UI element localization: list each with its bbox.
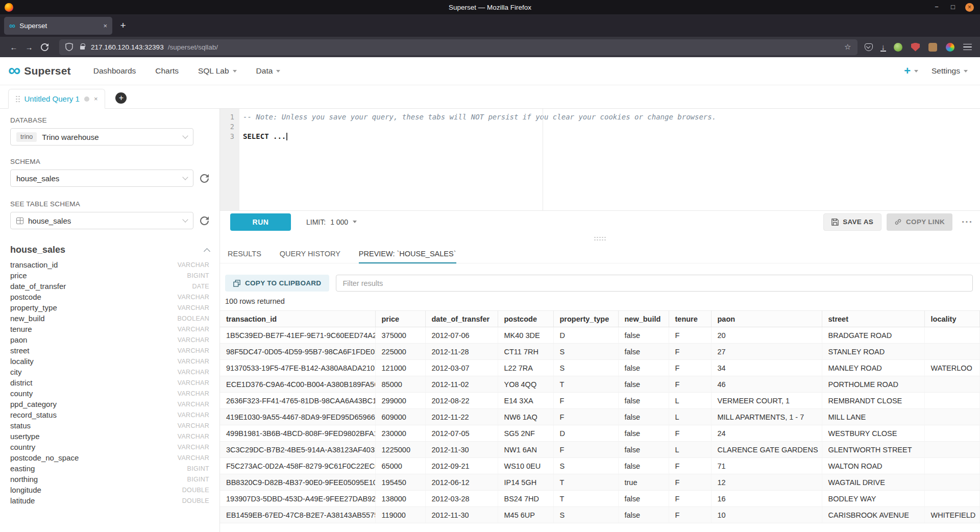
column-header[interactable]: price [375, 311, 425, 327]
minimize-button[interactable]: − [933, 3, 941, 11]
table-cell: 609000 [375, 409, 425, 425]
results-tab-preview-house-sales[interactable]: PREVIEW: `HOUSE_SALES` [359, 244, 456, 263]
column-header[interactable]: property_type [553, 311, 618, 327]
extension-icon[interactable] [946, 43, 954, 52]
superset-logo[interactable]: ∞ Superset [8, 63, 71, 79]
table-cell: 299000 [375, 393, 425, 409]
menu-icon[interactable] [963, 44, 972, 51]
results-tab-query-history[interactable]: QUERY HISTORY [280, 244, 340, 263]
refresh-table-icon[interactable] [200, 216, 209, 225]
results-actions: COPY TO CLIPBOARD [225, 275, 973, 292]
table-cell [924, 491, 980, 507]
save-as-button[interactable]: SAVE AS [823, 213, 881, 231]
schema-column: cityVARCHAR [10, 367, 209, 377]
pane-splitter[interactable] [220, 233, 980, 244]
nav-item-data[interactable]: Data [256, 66, 281, 76]
table-cell: MILL APARTMENTS, 1 - 7 [711, 409, 822, 425]
table-cell: 20 [711, 327, 822, 344]
firefox-logo-icon[interactable] [5, 3, 13, 12]
nav-item-sql-lab[interactable]: SQL Lab [198, 66, 237, 76]
table-cell: 2012-09-21 [425, 458, 498, 474]
run-button[interactable]: RUN [230, 213, 291, 231]
refresh-schema-icon[interactable] [200, 174, 209, 183]
download-icon[interactable]: ↓ [881, 43, 886, 52]
new-tab-button[interactable]: + [115, 18, 131, 33]
copy-icon [233, 280, 240, 287]
nav-item-dashboards[interactable]: Dashboards [93, 66, 136, 76]
table-cell: 2012-08-22 [425, 393, 498, 409]
schema-column: longitudeDOUBLE [10, 485, 209, 495]
add-query-tab-button[interactable]: + [115, 92, 127, 104]
extension-icon[interactable] [911, 43, 920, 52]
column-name: tenure [10, 325, 32, 333]
column-name: city [10, 368, 22, 376]
table-cell: YO8 4QQ [498, 376, 553, 393]
database-engine-badge: trino [16, 132, 37, 142]
table-row: 98F5DC47-0D05-4D59-95B7-98CA6F1FDE052250… [220, 344, 980, 360]
limit-dropdown[interactable]: LIMIT: 1 000 [306, 218, 357, 226]
table-cell: F [669, 376, 711, 393]
bookmark-star-icon[interactable]: ☆ [844, 42, 851, 52]
copy-link-button[interactable]: COPY LINK [887, 213, 952, 231]
sql-editor[interactable]: 1 2 3 -- Note: Unless you save your quer… [220, 109, 980, 211]
table-row: 91370533-19F5-47FE-B142-A380A8ADA2101210… [220, 360, 980, 376]
table-cell: false [618, 327, 669, 344]
column-header[interactable]: paon [711, 311, 822, 327]
forward-button[interactable]: → [21, 40, 37, 54]
table-cell: F [669, 425, 711, 442]
url-bar[interactable]: 217.160.120.143:32393 /superset/sqllab/ … [59, 39, 857, 55]
column-header[interactable]: new_build [618, 311, 669, 327]
column-name: new_build [10, 314, 45, 323]
extension-icon[interactable] [894, 43, 902, 52]
table-cell: 71 [711, 458, 822, 474]
schema-select[interactable]: house_sales [10, 170, 193, 187]
save-as-label: SAVE AS [843, 218, 873, 226]
table-cell: false [618, 425, 669, 442]
column-name: date_of_transfer [10, 282, 66, 291]
results-tab-results[interactable]: RESULTS [228, 244, 261, 263]
table-cell: WAGTAIL DRIVE [822, 474, 924, 491]
table-cell [924, 442, 980, 458]
back-button[interactable]: ← [6, 40, 21, 54]
table-schema-header[interactable]: house_sales [10, 245, 209, 255]
close-button[interactable]: × [965, 3, 974, 12]
limit-value: 1 000 [330, 218, 348, 226]
pocket-icon[interactable] [865, 43, 873, 51]
nav-item-charts[interactable]: Charts [155, 66, 179, 76]
column-header[interactable]: locality [924, 311, 980, 327]
copy-to-clipboard-button[interactable]: COPY TO CLIPBOARD [225, 275, 329, 292]
new-item-button[interactable]: + [904, 64, 918, 78]
schema-column: postcodeVARCHAR [10, 292, 209, 302]
table-cell [924, 393, 980, 409]
table-cell: L [669, 393, 711, 409]
settings-menu[interactable]: Settings [932, 66, 968, 76]
reload-button[interactable] [37, 40, 52, 54]
tracking-shield-icon[interactable] [65, 43, 73, 51]
sql-comment: -- Note: Unless you save your query, the… [243, 113, 716, 121]
column-header[interactable]: street [822, 311, 924, 327]
splitter-dots-icon [594, 237, 596, 238]
more-options-icon[interactable]: ··· [962, 216, 973, 228]
filter-results-input[interactable] [336, 275, 973, 292]
column-header[interactable]: tenure [669, 311, 711, 327]
table-cell: E14 3XA [498, 393, 553, 409]
table-cell: 1225000 [375, 442, 425, 458]
table-cell: ECE1D376-C9A6-4C00-B004-A380B189FA56 [220, 376, 375, 393]
column-header[interactable]: date_of_transfer [425, 311, 498, 327]
editor-code[interactable]: -- Note: Unless you save your query, the… [239, 109, 980, 210]
maximize-button[interactable]: □ [949, 3, 957, 11]
drag-handle-icon[interactable] [16, 96, 17, 98]
query-tab-close-icon[interactable]: × [94, 95, 98, 103]
extension-icon[interactable] [928, 43, 937, 52]
column-type: DATE [192, 283, 209, 290]
table-cell: 195450 [375, 474, 425, 491]
table-select[interactable]: house_sales [10, 212, 193, 229]
chevron-up-icon[interactable] [204, 248, 210, 255]
lock-icon[interactable] [80, 46, 85, 50]
column-header[interactable]: postcode [498, 311, 553, 327]
tab-close-icon[interactable]: × [103, 22, 107, 30]
database-select[interactable]: trino Trino warehouse [10, 128, 193, 146]
query-tab-active[interactable]: Untitled Query 1 × [8, 89, 105, 109]
column-header[interactable]: transaction_id [220, 311, 375, 327]
browser-tab[interactable]: ∞ Superset × [4, 17, 112, 35]
